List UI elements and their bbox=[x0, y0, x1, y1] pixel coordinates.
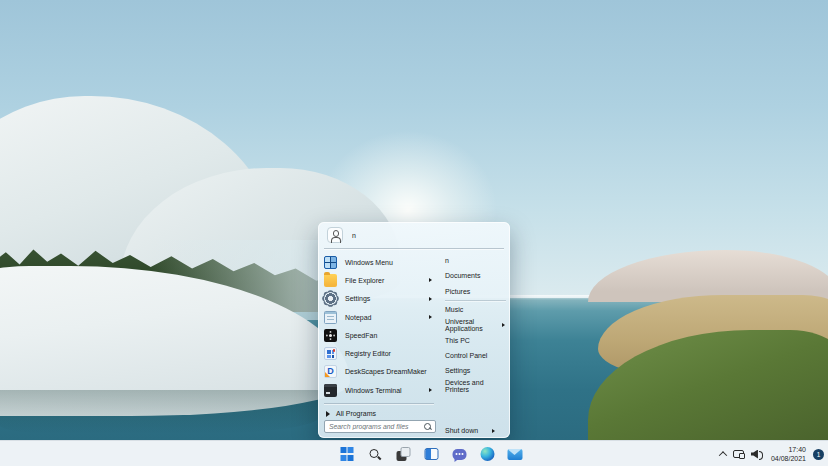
folder-icon bbox=[324, 274, 337, 287]
menu-item-label: DeskScapes DreamMaker bbox=[345, 368, 427, 375]
submenu-arrow-icon bbox=[429, 278, 432, 282]
place-label: Music bbox=[445, 306, 463, 313]
menu-item-windows-menu[interactable]: Windows Menu bbox=[318, 253, 437, 271]
start-menu-header[interactable]: n bbox=[318, 222, 510, 248]
submenu-arrow-icon bbox=[429, 315, 432, 319]
deskscapes-icon: D bbox=[324, 365, 337, 378]
place-label: Documents bbox=[445, 272, 480, 279]
task-view-button[interactable] bbox=[393, 443, 414, 465]
place-item-universal-applications[interactable]: Universal Applications bbox=[437, 317, 508, 332]
registry-editor-icon bbox=[324, 347, 337, 360]
submenu-arrow-icon bbox=[502, 323, 505, 327]
menu-item-notepad[interactable]: Notepad bbox=[318, 308, 437, 326]
edge-browser-icon bbox=[480, 447, 494, 461]
chat-bubble-icon bbox=[452, 449, 466, 460]
volume-icon[interactable] bbox=[751, 449, 764, 460]
notification-badge[interactable]: 1 bbox=[813, 449, 824, 460]
menu-item-label: Settings bbox=[345, 295, 370, 302]
places-divider bbox=[445, 300, 506, 301]
place-item-user-folder[interactable]: n bbox=[437, 253, 508, 268]
place-label: Universal Applications bbox=[445, 318, 502, 332]
place-label: This PC bbox=[445, 337, 470, 344]
search-icon bbox=[423, 422, 432, 431]
shut-down-label: Shut down bbox=[445, 427, 478, 434]
place-label: Devices and Printers bbox=[445, 379, 505, 393]
menu-item-label: SpeedFan bbox=[345, 332, 377, 339]
tray-date: 04/08/2021 bbox=[771, 454, 806, 463]
place-item-documents[interactable]: Documents bbox=[437, 268, 508, 283]
widgets-button[interactable] bbox=[421, 443, 442, 465]
menu-item-file-explorer[interactable]: File Explorer bbox=[318, 271, 437, 289]
task-view-icon bbox=[396, 447, 410, 461]
start-menu: n Windows Menu File Explorer Settings No… bbox=[318, 222, 510, 438]
start-button[interactable] bbox=[337, 443, 358, 465]
header-divider bbox=[324, 248, 504, 249]
start-menu-places-list: n Documents Pictures Music Universal App… bbox=[437, 253, 508, 394]
menu-item-label: Windows Menu bbox=[345, 259, 393, 266]
edge-button[interactable] bbox=[477, 443, 498, 465]
windows-menu-icon bbox=[324, 256, 337, 269]
notepad-icon bbox=[324, 311, 337, 324]
system-tray: 17:40 04/08/2021 1 bbox=[720, 441, 824, 466]
device-status-icon[interactable] bbox=[733, 450, 744, 458]
menu-item-label: Windows Terminal bbox=[345, 387, 402, 394]
taskbar: 17:40 04/08/2021 1 bbox=[0, 440, 828, 466]
speedfan-icon bbox=[324, 329, 337, 342]
shut-down-button[interactable]: Shut down bbox=[445, 424, 495, 437]
menu-item-settings[interactable]: Settings bbox=[318, 290, 437, 308]
place-label: n bbox=[445, 257, 449, 264]
hidden-icons-chevron-icon[interactable] bbox=[719, 451, 727, 459]
shut-down-options-arrow-icon[interactable] bbox=[492, 429, 495, 433]
start-menu-app-list: Windows Menu File Explorer Settings Note… bbox=[318, 253, 437, 399]
place-label: Pictures bbox=[445, 288, 470, 295]
submenu-arrow-icon bbox=[429, 388, 432, 392]
place-item-settings[interactable]: Settings bbox=[437, 363, 508, 378]
all-programs-divider bbox=[324, 403, 434, 404]
search-icon bbox=[369, 448, 382, 461]
expand-arrow-icon bbox=[326, 411, 330, 417]
menu-item-label: Registry Editor bbox=[345, 350, 391, 357]
place-item-this-pc[interactable]: This PC bbox=[437, 332, 508, 347]
menu-item-registry-editor[interactable]: Registry Editor bbox=[318, 344, 437, 362]
clock[interactable]: 17:40 04/08/2021 bbox=[771, 445, 806, 463]
place-item-control-panel[interactable]: Control Panel bbox=[437, 348, 508, 363]
taskbar-search-button[interactable] bbox=[365, 443, 386, 465]
user-name: n bbox=[352, 232, 356, 239]
all-programs-button[interactable]: All Programs bbox=[326, 407, 376, 420]
search-placeholder: Search programs and files bbox=[329, 423, 423, 430]
all-programs-label: All Programs bbox=[336, 410, 376, 417]
submenu-arrow-icon bbox=[429, 297, 432, 301]
menu-item-deskscapes[interactable]: D DeskScapes DreamMaker bbox=[318, 363, 437, 381]
place-label: Settings bbox=[445, 367, 470, 374]
desktop: n Windows Menu File Explorer Settings No… bbox=[0, 0, 828, 466]
wallpaper-water-reflection bbox=[0, 390, 320, 434]
chat-button[interactable] bbox=[449, 443, 470, 465]
menu-item-label: Notepad bbox=[345, 314, 371, 321]
search-input[interactable]: Search programs and files bbox=[324, 420, 436, 433]
widgets-icon bbox=[424, 448, 438, 460]
place-item-pictures[interactable]: Pictures bbox=[437, 284, 508, 299]
menu-item-speedfan[interactable]: SpeedFan bbox=[318, 326, 437, 344]
windows-logo-icon bbox=[340, 447, 354, 461]
place-item-devices-and-printers[interactable]: Devices and Printers bbox=[437, 378, 508, 393]
place-item-music[interactable]: Music bbox=[437, 302, 508, 317]
gear-icon bbox=[324, 292, 337, 305]
mail-button[interactable] bbox=[505, 443, 526, 465]
user-avatar-icon bbox=[327, 227, 343, 243]
tray-time: 17:40 bbox=[771, 445, 806, 454]
mail-envelope-icon bbox=[508, 449, 523, 460]
menu-item-windows-terminal[interactable]: Windows Terminal bbox=[318, 381, 437, 399]
menu-item-label: File Explorer bbox=[345, 277, 384, 284]
taskbar-center-icons bbox=[337, 441, 526, 466]
terminal-icon bbox=[324, 384, 337, 397]
place-label: Control Panel bbox=[445, 352, 487, 359]
